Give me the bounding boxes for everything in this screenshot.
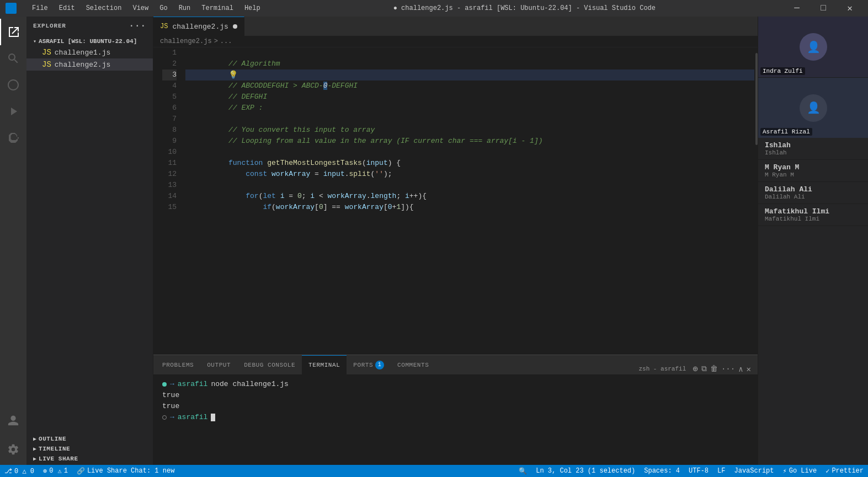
collab-item-mryanm[interactable]: M Ryan M M Ryan M — [758, 160, 868, 182]
status-right: 🔍 Ln 3, Col 23 (1 selected) Spaces: 4 UT… — [514, 467, 868, 475]
collab-sidebar: 👤 Indra Zulfi 👤 Asrafil Rizal Ishlah Ish… — [758, 17, 868, 465]
status-encoding[interactable]: UTF-8 — [684, 467, 713, 475]
source-control-activity-icon[interactable] — [0, 72, 26, 98]
tab-modified-dot — [233, 24, 237, 29]
menu-edit[interactable]: Edit — [55, 3, 79, 13]
panel-maximize-icon[interactable]: ∧ — [738, 365, 743, 374]
terminal-kill-icon[interactable]: 🗑 — [710, 365, 718, 373]
code-line-3: // ABCODDEFGHI > ABCD-0-DEFGHI — [185, 69, 754, 81]
menu-bar[interactable]: File Edit Selection View Go Run Terminal… — [28, 3, 265, 13]
terminal-output-true-1: true — [162, 390, 749, 401]
terminal-output-true-2: true — [162, 401, 749, 412]
debug-activity-icon[interactable] — [0, 98, 26, 125]
code-line-8: // Looping from all value in the array (… — [185, 125, 754, 136]
tab-bar: JS challenge2.js — [153, 17, 758, 36]
terminal-shell-name: zsh - asrafil — [638, 366, 686, 372]
menu-help[interactable]: Help — [240, 3, 265, 13]
menu-go[interactable]: Go — [155, 3, 172, 13]
code-content[interactable]: // Algorithm 💡 // ABCODDEFGHI > ABCD-0-D… — [181, 47, 754, 355]
collab-name-dalilah: Dalilah Ali — [765, 185, 861, 194]
status-prettier[interactable]: ✓ Prettier — [821, 467, 868, 475]
settings-activity-icon[interactable] — [0, 436, 26, 463]
collab-item-dalilah[interactable]: Dalilah Ali Dalilah Ali — [758, 182, 868, 204]
terminal-split-icon[interactable]: ⧉ — [701, 365, 707, 373]
editor-scrollbar[interactable] — [754, 47, 758, 355]
panel-more-icon[interactable]: ··· — [721, 365, 735, 373]
panel-tab-comments[interactable]: COMMENTS — [391, 355, 435, 374]
accounts-activity-icon[interactable] — [0, 408, 26, 434]
status-live-share[interactable]: 🔗 Live Share Chat: 1 new — [72, 467, 179, 475]
file-item-challenge2[interactable]: JS challenge2.js — [26, 58, 153, 71]
status-go-live[interactable]: ⚡ Go Live — [779, 467, 822, 475]
window-controls[interactable]: ─ □ ✕ — [784, 0, 862, 17]
status-language[interactable]: JavaScript — [729, 467, 778, 475]
terminal-output-text-2: true — [162, 401, 179, 412]
panel-tab-problems[interactable]: PROBLEMS — [156, 355, 200, 374]
status-spaces[interactable]: Spaces: 4 — [640, 467, 684, 475]
code-line-5: // EXP : — [185, 92, 754, 103]
js-file-icon: JS — [42, 48, 51, 57]
collab-sub-dalilah: Dalilah Ali — [765, 194, 861, 200]
tab-challenge2[interactable]: JS challenge2.js — [153, 17, 244, 36]
maximize-button[interactable]: □ — [811, 0, 836, 17]
folder-chevron-down-icon: ▾ — [33, 38, 36, 45]
panel-actions: zsh - asrafil ⊕ ⧉ 🗑 ··· ∧ ✕ — [638, 363, 755, 374]
terminal-content[interactable]: → asrafil node challenge1.js true true →… — [153, 374, 758, 465]
live-share-text: Live Share Chat: 1 new — [87, 467, 174, 475]
encoding-label: UTF-8 — [689, 467, 709, 475]
js-file-icon-2: JS — [42, 60, 51, 69]
menu-terminal[interactable]: Terminal — [197, 3, 238, 13]
status-search[interactable]: 🔍 — [514, 467, 531, 475]
breadcrumb-separator: > — [214, 37, 218, 45]
code-line-11: const workArray = input.split(''); — [185, 158, 754, 169]
status-line-ending[interactable]: LF — [713, 467, 729, 475]
menu-run[interactable]: Run — [174, 3, 195, 13]
status-problems[interactable]: ⊗ 0 ⚠ 1 — [39, 467, 72, 475]
explorer-activity-icon[interactable] — [0, 19, 26, 45]
outline-header[interactable]: ▶ OUTLINE — [26, 434, 153, 444]
folder-header[interactable]: ▾ ASRAFIL [WSL: UBUNTU-22.04] — [26, 36, 153, 46]
terminal-new-icon[interactable]: ⊕ — [693, 363, 698, 374]
close-button[interactable]: ✕ — [837, 0, 862, 17]
panel-tab-debug-console[interactable]: DEBUG CONSOLE — [237, 355, 302, 374]
ports-badge: 1 — [375, 361, 384, 369]
status-left: ⎇ 0 △ 0 ⊗ 0 ⚠ 1 🔗 Live Share Chat: 1 new — [0, 467, 179, 475]
video-name-overlay-1: Indra Zulfi — [760, 67, 805, 75]
video-indra-zulfi: 👤 Indra Zulfi — [758, 17, 868, 77]
status-branch[interactable]: ⎇ 0 △ 0 — [0, 467, 39, 475]
live-share-header[interactable]: ▶ LIVE SHARE — [26, 454, 153, 464]
folder-section: ▾ ASRAFIL [WSL: UBUNTU-22.04] JS challen… — [26, 35, 153, 72]
collab-item-mafatikhul[interactable]: Mafatikhul Ilmi Mafatikhul Ilmi — [758, 204, 868, 226]
search-activity-icon[interactable] — [0, 45, 26, 72]
collab-participant-list: Ishlah Ishlah M Ryan M M Ryan M Dalilah … — [758, 138, 868, 465]
warning-icon: ⚠ — [57, 467, 61, 475]
panel-tab-bar: PROBLEMS OUTPUT DEBUG CONSOLE TERMINAL P… — [153, 355, 758, 374]
video-asrafil-rizal: 👤 Asrafil Rizal — [758, 77, 868, 138]
git-branch-icon: ⎇ — [4, 467, 12, 475]
sidebar-header: Explorer ··· — [26, 17, 153, 35]
terminal-arrow-icon: → — [170, 379, 174, 390]
panel-close-icon[interactable]: ✕ — [747, 365, 751, 374]
panel-tab-output[interactable]: OUTPUT — [200, 355, 237, 374]
outline-label: OUTLINE — [39, 436, 66, 442]
panel-tab-ports[interactable]: PORTS 1 — [347, 355, 391, 374]
code-editor[interactable]: 1 2 3 4 5 6 7 8 9 10 11 12 13 14 15 // — [153, 47, 758, 355]
panel-tab-terminal[interactable]: TERMINAL — [302, 355, 347, 374]
collab-item-ishlah[interactable]: Ishlah Ishlah — [758, 138, 868, 160]
sidebar-more-button[interactable]: ··· — [129, 21, 146, 31]
extensions-activity-icon[interactable] — [0, 125, 26, 151]
code-line-10: function getTheMostLongestTasks(input) { — [185, 147, 754, 158]
terminal-line-command: → asrafil node challenge1.js — [162, 379, 749, 390]
file-item-challenge1[interactable]: JS challenge1.js — [26, 46, 153, 58]
menu-file[interactable]: File — [28, 3, 52, 13]
terminal-prompt-username: asrafil — [178, 412, 208, 423]
menu-selection[interactable]: Selection — [82, 3, 126, 13]
menu-view[interactable]: View — [128, 3, 153, 13]
timeline-header[interactable]: ▶ TIMELINE — [26, 444, 153, 454]
live-share-label: LIVE SHARE — [39, 455, 78, 462]
collab-name-mafatikhul: Mafatikhul Ilmi — [765, 207, 861, 216]
line-numbers: 1 2 3 4 5 6 7 8 9 10 11 12 13 14 15 — [153, 47, 181, 355]
minimize-button[interactable]: ─ — [784, 0, 810, 17]
status-position[interactable]: Ln 3, Col 23 (1 selected) — [531, 467, 640, 475]
video-name-overlay-2: Asrafil Rizal — [760, 128, 812, 136]
